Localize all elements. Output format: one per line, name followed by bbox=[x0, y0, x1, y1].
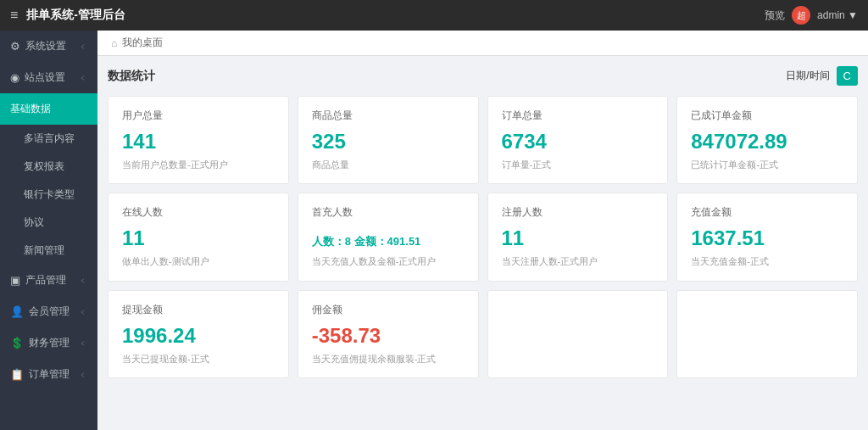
chevron-icon-product: ﹤ bbox=[79, 275, 87, 287]
sidebar-label-site: 站点设置 bbox=[25, 70, 65, 85]
main-layout: ⚙ 系统设置 ﹤ ◉ 站点设置 ﹤ 基础数据 多语言内容 复权报表 银行卡类型 bbox=[0, 31, 868, 430]
sidebar-item-product[interactable]: ▣ 产品管理 ﹤ bbox=[0, 265, 97, 296]
card-profit: 佣金额 -358.73 当天充值佣提现余额服装-正式 bbox=[298, 290, 479, 378]
stats-title: 数据统计 bbox=[108, 69, 155, 84]
card-desc-active: 做单出人数-测试用户 bbox=[122, 255, 275, 268]
card-empty2 bbox=[676, 290, 858, 378]
card-desc-user: 当前用户总数量-正式用户 bbox=[122, 159, 275, 171]
card-user-total: 用户总量 141 当前用户总数量-正式用户 bbox=[108, 96, 289, 184]
stats-area: 数据统计 日期/时间 C 用户总量 141 当前用户总数量-正式用户 商品总量 … bbox=[97, 56, 868, 430]
card-title-register: 注册人数 bbox=[502, 205, 654, 220]
card-value-profit: -358.73 bbox=[312, 324, 465, 348]
menu-icon[interactable]: ≡ bbox=[10, 8, 18, 23]
username[interactable]: admin ▼ bbox=[817, 9, 858, 21]
card-value-recharge: 人数：8 金额：491.51 bbox=[312, 226, 465, 250]
stats-row-1: 用户总量 141 当前用户总数量-正式用户 商品总量 325 商品总量 订单总量… bbox=[108, 96, 858, 184]
card-value-register: 11 bbox=[502, 226, 654, 250]
sidebar-item-order[interactable]: 📋 订单管理 ﹤ bbox=[0, 359, 97, 390]
product-icon: ▣ bbox=[10, 274, 20, 287]
card-title-recharge: 首充人数 bbox=[312, 205, 465, 220]
card-empty1 bbox=[487, 290, 669, 378]
refresh-button[interactable]: C bbox=[837, 66, 858, 86]
card-title-withdraw: 提现金额 bbox=[122, 303, 275, 317]
card-desc-product: 商品总量 bbox=[312, 159, 465, 171]
card-title-order: 订单总量 bbox=[502, 109, 654, 123]
card-desc-orderamt: 已统计订单金额-正式 bbox=[691, 159, 843, 171]
stats-row-3: 提现金额 1996.24 当天已提现金额-正式 佣金额 -358.73 当天充值… bbox=[108, 290, 858, 378]
sidebar-label-finance: 财务管理 bbox=[29, 336, 70, 350]
sidebar-item-basic[interactable]: 基础数据 bbox=[0, 93, 97, 125]
chevron-icon-member: ﹤ bbox=[79, 306, 87, 318]
card-value-product: 325 bbox=[312, 130, 465, 154]
card-withdraw: 提现金额 1996.24 当天已提现金额-正式 bbox=[108, 290, 289, 378]
home-icon: ⌂ bbox=[111, 37, 117, 49]
card-recharge-users: 首充人数 人数：8 金额：491.51 当天充值人数及金额-正式用户 bbox=[298, 193, 479, 281]
card-desc-rechargeamt: 当天充值金额-正式 bbox=[691, 255, 843, 268]
sidebar: ⚙ 系统设置 ﹤ ◉ 站点设置 ﹤ 基础数据 多语言内容 复权报表 银行卡类型 bbox=[0, 31, 97, 430]
sidebar-item-bank[interactable]: 银行卡类型 bbox=[0, 181, 97, 209]
card-register-users: 注册人数 11 当天注册人数-正式用户 bbox=[487, 193, 669, 281]
app-title: 排单系统-管理后台 bbox=[26, 8, 125, 23]
card-product-total: 商品总量 325 商品总量 bbox=[298, 96, 479, 184]
card-desc-profit: 当天充值佣提现余额服装-正式 bbox=[312, 353, 465, 366]
sidebar-item-protocol[interactable]: 协议 bbox=[0, 209, 97, 237]
breadcrumb: ⌂ 我的桌面 bbox=[97, 31, 868, 56]
card-value-user: 141 bbox=[122, 130, 275, 154]
chevron-icon-order: ﹤ bbox=[79, 369, 87, 381]
sidebar-label-basic: 基础数据 bbox=[10, 102, 51, 116]
card-desc-register: 当天注册人数-正式用户 bbox=[502, 255, 654, 268]
card-value-active: 11 bbox=[122, 226, 275, 250]
order-icon: 📋 bbox=[10, 368, 24, 381]
sidebar-item-multi[interactable]: 多语言内容 bbox=[0, 125, 97, 153]
gear-icon: ⚙ bbox=[10, 40, 20, 53]
sidebar-label-protocol: 协议 bbox=[24, 215, 44, 230]
site-icon: ◉ bbox=[10, 71, 19, 84]
preview-label[interactable]: 预览 bbox=[765, 8, 785, 23]
card-desc-withdraw: 当天已提现金额-正式 bbox=[122, 353, 275, 366]
card-value-rechargeamt: 1637.51 bbox=[691, 226, 843, 250]
avatar: 超 bbox=[792, 6, 810, 25]
date-label: 日期/时间 bbox=[786, 69, 829, 83]
card-value-withdraw: 1996.24 bbox=[122, 324, 275, 348]
card-active-users: 在线人数 11 做单出人数-测试用户 bbox=[108, 193, 289, 281]
card-title-user: 用户总量 bbox=[122, 109, 275, 123]
sidebar-label-news: 新闻管理 bbox=[24, 243, 64, 258]
content: ⌂ 我的桌面 数据统计 日期/时间 C 用户总量 141 当前用户总数量-正式用… bbox=[97, 31, 868, 430]
card-value-order: 6734 bbox=[502, 130, 654, 154]
card-title-product: 商品总量 bbox=[312, 109, 465, 123]
card-recharge-amount: 充值金额 1637.51 当天充值金额-正式 bbox=[676, 193, 858, 281]
header: ≡ 排单系统-管理后台 预览 超 admin ▼ bbox=[0, 0, 868, 31]
card-order-amount: 已成订单金额 847072.89 已统计订单金额-正式 bbox=[676, 96, 858, 184]
card-desc-order: 订单量-正式 bbox=[502, 159, 654, 171]
card-desc-recharge: 当天充值人数及金额-正式用户 bbox=[312, 255, 465, 268]
sidebar-label-system: 系统设置 bbox=[25, 39, 66, 53]
sidebar-item-finance[interactable]: 💲 财务管理 ﹤ bbox=[0, 327, 97, 359]
sidebar-item-member[interactable]: 👤 会员管理 ﹤ bbox=[0, 296, 97, 327]
card-title-active: 在线人数 bbox=[122, 205, 275, 220]
card-title-orderamt: 已成订单金额 bbox=[691, 109, 843, 123]
finance-icon: 💲 bbox=[10, 337, 24, 349]
date-area: 日期/时间 C bbox=[786, 66, 858, 86]
recharge-sub: 人数：8 金额：491.51 bbox=[312, 235, 421, 248]
chevron-icon-site: ﹤ bbox=[79, 72, 87, 84]
card-title-rechargeamt: 充值金额 bbox=[691, 205, 843, 220]
chevron-icon-finance: ﹤ bbox=[79, 338, 87, 349]
header-right: 预览 超 admin ▼ bbox=[765, 6, 858, 25]
stats-header: 数据统计 日期/时间 C bbox=[108, 66, 858, 86]
sidebar-item-report[interactable]: 复权报表 bbox=[0, 153, 97, 181]
sidebar-label-bank: 银行卡类型 bbox=[24, 187, 75, 202]
sidebar-label-order: 订单管理 bbox=[29, 367, 70, 382]
card-value-orderamt: 847072.89 bbox=[691, 130, 843, 154]
header-left: ≡ 排单系统-管理后台 bbox=[10, 8, 125, 23]
sidebar-label-report: 复权报表 bbox=[24, 159, 64, 174]
breadcrumb-text: 我的桌面 bbox=[122, 36, 163, 50]
sidebar-label-member: 会员管理 bbox=[29, 304, 70, 319]
sidebar-label-product: 产品管理 bbox=[25, 273, 66, 288]
member-icon: 👤 bbox=[10, 305, 24, 318]
card-title-profit: 佣金额 bbox=[312, 303, 465, 317]
sidebar-item-news[interactable]: 新闻管理 bbox=[0, 237, 97, 265]
sidebar-item-system[interactable]: ⚙ 系统设置 ﹤ bbox=[0, 31, 97, 62]
sidebar-item-site[interactable]: ◉ 站点设置 ﹤ bbox=[0, 62, 97, 93]
card-order-total: 订单总量 6734 订单量-正式 bbox=[487, 96, 669, 184]
chevron-icon: ﹤ bbox=[79, 41, 87, 53]
